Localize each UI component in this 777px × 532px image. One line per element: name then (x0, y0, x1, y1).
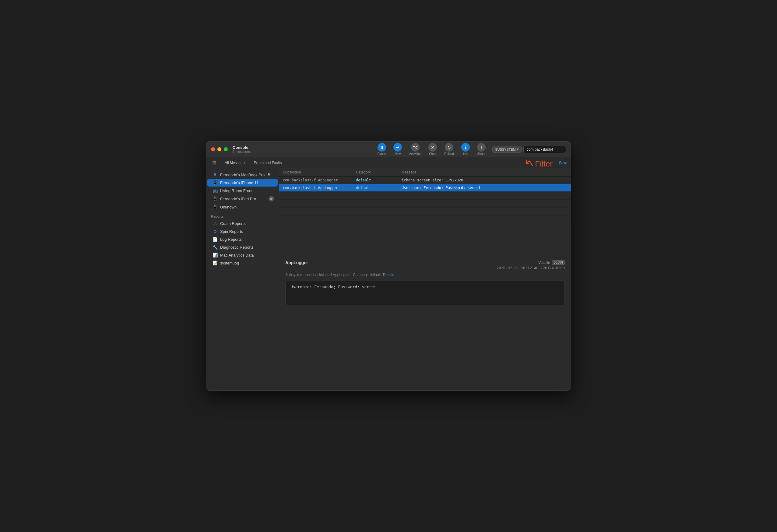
main-layout: 🖥 Fernando's MacBook Pro 15 📱 Fernando's… (206, 168, 571, 390)
sidebar-item-analytics-label: Mac Analytics Data (220, 253, 254, 257)
sidebar-item-log[interactable]: 📄 Log Reports (207, 235, 278, 243)
maximize-button[interactable] (224, 147, 228, 151)
pause-icon: ⏸ (377, 143, 386, 152)
volatile-label: Volatile (538, 261, 550, 265)
livingroom-icon: 📺 (212, 188, 218, 193)
empty-row (279, 239, 571, 247)
now-label: Now (395, 152, 401, 155)
app-title-subtitle: 2 messages (233, 150, 250, 153)
detail-header: AppLogger Volatile DEBUG 2020-07-29 20:1… (285, 260, 565, 270)
detail-subsystem-prefix: Subsystem: com.backslash-f.AppLogger (285, 273, 351, 277)
save-button[interactable]: Save (559, 161, 567, 165)
sidebar-item-crash[interactable]: ⚠ Crash Reports (207, 220, 278, 227)
row1-subsystem: com.backslash-f.AppLogger (283, 178, 356, 182)
sidebar-item-crash-label: Crash Reports (220, 221, 246, 226)
details-link[interactable]: Details (383, 273, 394, 277)
detail-category-prefix: Category: default (353, 273, 380, 277)
subsystem-label: SUBSYSTEM (495, 148, 516, 151)
pause-label: Pause (377, 152, 386, 155)
sidebar-item-syslog[interactable]: 📝 system.log (207, 259, 278, 267)
reload-label: Reload (444, 152, 454, 155)
col-subsystem: Subsystem (283, 170, 356, 174)
log-icon: 📄 (212, 237, 218, 242)
syslog-icon: 📝 (212, 261, 218, 265)
sidebar-item-unknown-label: Unknown (220, 205, 237, 210)
activities-button[interactable]: ⌥ Activities (406, 142, 424, 157)
iphone-icon: 📱 (212, 180, 218, 185)
activities-icon: ⌥ (411, 143, 420, 152)
volatile-badge: Volatile DEBUG (538, 260, 565, 265)
empty-row (279, 247, 571, 255)
col-category: Category (356, 170, 402, 174)
empty-row (279, 223, 571, 231)
share-button[interactable]: ↑ Share (474, 142, 489, 157)
detail-timestamp: 2020-07-29 20:12:48.726174+0200 (496, 266, 565, 270)
table-row[interactable]: com.backslash-f.AppLogger default Userna… (279, 184, 571, 192)
share-label: Share (477, 152, 485, 155)
app-title: Console 2 messages (233, 145, 250, 153)
sidebar-item-diagnostic-label: Diagnostic Reports (220, 245, 254, 250)
sidebar-item-ipad[interactable]: 📱 Fernando's iPad Pro ⟳ (207, 194, 278, 203)
sidebar-item-spin[interactable]: ⚙ Spin Reports (207, 227, 278, 235)
sidebar-item-diagnostic[interactable]: 🔧 Diagnostic Reports (207, 243, 278, 251)
now-button[interactable]: ↩ Now (390, 142, 405, 157)
activities-label: Activities (409, 152, 421, 155)
sidebar-item-ipad-label: Fernando's iPad Pro (220, 196, 256, 201)
empty-row (279, 231, 571, 239)
diagnostic-icon: 🔧 (212, 245, 218, 250)
sidebar-item-macbook-label: Fernando's MacBook Pro 15 (220, 172, 270, 177)
info-icon: ℹ (461, 143, 470, 152)
info-button[interactable]: ℹ Info (458, 142, 473, 157)
sidebar-item-spin-label: Spin Reports (220, 229, 243, 234)
detail-title: AppLogger (285, 260, 496, 265)
traffic-lights (211, 147, 228, 151)
reload-button[interactable]: ↻ Reload (441, 142, 457, 157)
search-input[interactable]: com.backslash-f (523, 146, 566, 153)
sidebar-item-analytics[interactable]: 📊 Mac Analytics Data (207, 251, 278, 259)
tab-all-messages[interactable]: All Messages (221, 159, 250, 166)
sidebar-item-unknown[interactable]: 📱 Unknown (207, 203, 278, 211)
unknown-icon: 📱 (212, 205, 218, 210)
content-area: Subsystem Category Message com.backslash… (279, 168, 571, 390)
log-table: Subsystem Category Message com.backslash… (279, 168, 571, 255)
table-header: Subsystem Category Message (279, 168, 571, 176)
sidebar: 🖥 Fernando's MacBook Pro 15 📱 Fernando's… (206, 168, 279, 390)
clear-button[interactable]: ✕ Clear (425, 142, 440, 157)
detail-message-box: Username: Fernando; Password: secret (285, 281, 565, 305)
titlebar: Console 2 messages ⏸ Pause ↩ Now ⌥ Activ… (206, 142, 571, 157)
sidebar-item-iphone[interactable]: 📱 Fernando's iPhone 11 (207, 179, 278, 186)
close-button[interactable] (211, 147, 215, 151)
subsystem-filter-pill[interactable]: SUBSYSTEM ▾ (492, 146, 522, 153)
empty-row (279, 208, 571, 216)
sidebar-item-iphone-label: Fernando's iPhone 11 (220, 180, 259, 185)
reports-section-label: Reports (206, 211, 279, 220)
empty-row (279, 200, 571, 208)
table-row[interactable]: com.backslash-f.AppLogger default iPhone… (279, 176, 571, 184)
sidebar-item-log-label: Log Reports (220, 237, 242, 242)
detail-meta: Volatile DEBUG 2020-07-29 20:12:48.72617… (496, 260, 565, 270)
crash-icon: ⚠ (212, 221, 218, 226)
row2-category: default (356, 186, 402, 190)
sidebar-item-macbook[interactable]: 🖥 Fernando's MacBook Pro 15 (207, 171, 278, 179)
row1-category: default (356, 178, 402, 182)
sidebar-toggle-button[interactable]: ⊞ (210, 159, 219, 167)
sidebar-item-syslog-label: system.log (220, 261, 239, 265)
now-icon: ↩ (394, 143, 402, 152)
pause-button[interactable]: ⏸ Pause (374, 142, 389, 157)
empty-row (279, 192, 571, 200)
reload-icon: ↻ (445, 143, 453, 152)
minimize-button[interactable] (217, 147, 221, 151)
toolbar-buttons: ⏸ Pause ↩ Now ⌥ Activities ✕ Clear ↻ Rel… (374, 142, 489, 157)
analytics-icon: 📊 (212, 253, 218, 257)
spin-icon: ⚙ (212, 229, 218, 234)
ipad-sync-icon: ⟳ (268, 196, 274, 202)
col-message: Message (402, 170, 567, 174)
row2-subsystem: com.backslash-f.AppLogger (283, 186, 356, 190)
app-title-name: Console (233, 145, 250, 150)
tab-errors-faults[interactable]: Errors and Faults (250, 159, 285, 166)
sidebar-item-livingroom[interactable]: 📺 Living Room Front (207, 186, 278, 194)
macbook-icon: 🖥 (212, 172, 218, 177)
row2-message: Username: Fernando; Password: secret (402, 186, 567, 190)
debug-badge: DEBUG (552, 260, 565, 265)
console-window: Console 2 messages ⏸ Pause ↩ Now ⌥ Activ… (206, 141, 571, 391)
